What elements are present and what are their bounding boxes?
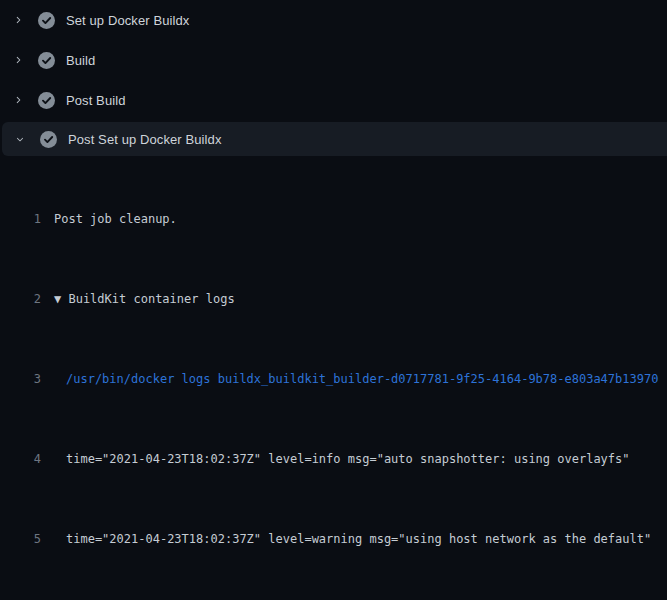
log-line-text: time="2021-04-23T18:02:37Z" level=warnin… xyxy=(66,532,651,546)
log-line-text: Post job cleanup. xyxy=(54,212,177,226)
log-line: 1Post job cleanup. xyxy=(0,209,667,229)
log-line-number[interactable]: 2 xyxy=(0,289,41,309)
steps-list: Set up Docker Buildx Build P xyxy=(0,0,667,156)
log-line-number[interactable]: 3 xyxy=(0,369,41,389)
step-row-build[interactable]: Build xyxy=(0,40,667,80)
check-circle-icon xyxy=(38,12,55,29)
step-label: Build xyxy=(66,53,95,68)
chevron-right-icon[interactable] xyxy=(12,52,24,68)
step-row-post-set-up-docker-buildx[interactable]: Post Set up Docker Buildx xyxy=(2,122,667,156)
check-circle-icon xyxy=(40,131,57,148)
chevron-right-icon[interactable] xyxy=(12,92,24,108)
log-group-toggle[interactable]: ▼ BuildKit container logs xyxy=(54,292,235,306)
step-label: Post Build xyxy=(66,93,126,108)
step-row-set-up-docker-buildx[interactable]: Set up Docker Buildx xyxy=(0,0,667,40)
check-circle-icon xyxy=(38,52,55,69)
log-viewer: 1Post job cleanup. 2▼ BuildKit container… xyxy=(0,156,667,600)
step-label: Post Set up Docker Buildx xyxy=(68,132,222,147)
chevron-right-icon[interactable] xyxy=(12,12,24,28)
log-line: 2▼ BuildKit container logs xyxy=(0,289,667,309)
log-line: 5time="2021-04-23T18:02:37Z" level=warni… xyxy=(0,529,667,549)
log-line: 3/usr/bin/docker logs buildx_buildkit_bu… xyxy=(0,369,667,389)
log-line-number[interactable]: 4 xyxy=(0,449,41,469)
log-line-number[interactable]: 5 xyxy=(0,529,41,549)
step-row-post-build[interactable]: Post Build xyxy=(0,80,667,120)
log-line: 4time="2021-04-23T18:02:37Z" level=info … xyxy=(0,449,667,469)
log-line-text: time="2021-04-23T18:02:37Z" level=info m… xyxy=(66,452,630,466)
log-line-number[interactable]: 1 xyxy=(0,209,41,229)
step-label: Set up Docker Buildx xyxy=(66,13,189,28)
check-circle-icon xyxy=(38,92,55,109)
log-command-text: /usr/bin/docker logs buildx_buildkit_bui… xyxy=(66,372,658,386)
chevron-down-icon[interactable] xyxy=(14,131,26,147)
